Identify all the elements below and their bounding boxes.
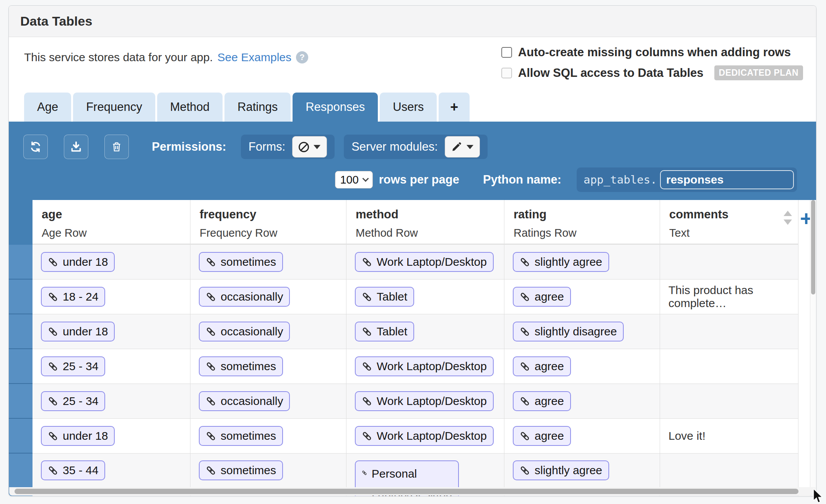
linked-row-chip[interactable]: slightly agree	[513, 252, 609, 272]
table-toolbar-row2: 100 rows per page Python name: app_table…	[9, 167, 816, 192]
server-modules-permission-dropdown[interactable]	[445, 136, 480, 158]
linked-row-chip[interactable]: under 18	[41, 252, 115, 272]
cell-method[interactable]: Work Laptop/Desktop	[346, 349, 504, 384]
cell-rating[interactable]: agree	[504, 419, 660, 453]
see-examples-link[interactable]: See Examples	[218, 51, 291, 64]
cell-frequency[interactable]: sometimes	[190, 419, 346, 453]
linked-row-chip[interactable]: sometimes	[199, 426, 283, 446]
refresh-button[interactable]	[23, 135, 48, 159]
cell-comments[interactable]	[660, 349, 798, 384]
vertical-scrollbar-thumb[interactable]	[811, 200, 815, 294]
cell-rating[interactable]: slightly agree	[504, 245, 660, 279]
cell-rating[interactable]: slightly disagree	[504, 314, 660, 349]
linked-row-chip[interactable]: occasionally	[199, 287, 290, 307]
linked-row-chip[interactable]: occasionally	[199, 322, 290, 341]
linked-row-chip[interactable]: agree	[513, 426, 571, 446]
cell-frequency[interactable]: occasionally	[190, 280, 346, 314]
linked-row-chip[interactable]: Tablet	[355, 322, 414, 341]
add-table-tab[interactable]: +	[439, 93, 470, 122]
row-handle[interactable]	[9, 245, 33, 280]
tab-method[interactable]: Method	[157, 93, 223, 122]
link-icon	[520, 292, 530, 302]
row-handle[interactable]	[9, 280, 33, 314]
cell-age[interactable]: under 18	[33, 314, 190, 349]
tab-ratings[interactable]: Ratings	[224, 93, 291, 122]
chip-label: Work Laptop/Desktop	[377, 395, 487, 408]
cell-comments[interactable]	[660, 384, 798, 418]
cell-method[interactable]: Work Laptop/Desktop	[346, 245, 504, 279]
cell-frequency[interactable]: occasionally	[190, 314, 346, 349]
column-header-rating[interactable]: rating Ratings Row	[504, 200, 660, 244]
linked-row-chip[interactable]: Work Laptop/Desktop	[355, 391, 494, 411]
column-type: Frequency Row	[200, 227, 346, 239]
sql-access-checkbox[interactable]	[501, 68, 512, 78]
cell-frequency[interactable]: sometimes	[190, 349, 346, 384]
download-button[interactable]	[64, 135, 88, 159]
rows-per-page-select[interactable]: 100	[335, 171, 372, 189]
tab-users[interactable]: Users	[380, 93, 437, 122]
question-circle-icon[interactable]: ?	[296, 51, 308, 63]
delete-table-button[interactable]	[104, 135, 129, 159]
linked-row-chip[interactable]: 35 - 44	[41, 460, 105, 480]
forms-permission-dropdown[interactable]	[292, 136, 327, 158]
horizontal-scrollbar-thumb[interactable]	[15, 489, 798, 494]
linked-row-chip[interactable]: sometimes	[199, 252, 283, 272]
auto-create-checkbox[interactable]	[501, 47, 512, 58]
row-handle[interactable]	[9, 349, 33, 384]
linked-row-chip[interactable]: slightly agree	[513, 460, 609, 480]
cell-rating[interactable]: agree	[504, 280, 660, 314]
cell-comments[interactable]	[660, 245, 798, 279]
linked-row-chip[interactable]: 25 - 34	[41, 356, 105, 376]
linked-row-chip[interactable]: under 18	[41, 426, 115, 446]
linked-row-chip[interactable]: Work Laptop/Desktop	[355, 356, 494, 376]
linked-row-chip[interactable]: under 18	[41, 322, 115, 341]
tab-frequency[interactable]: Frequency	[73, 93, 155, 122]
sort-arrows-icon[interactable]	[784, 211, 792, 225]
cell-rating[interactable]: agree	[504, 384, 660, 418]
column-name: frequency	[200, 208, 346, 221]
row-handle[interactable]	[9, 384, 33, 419]
linked-row-chip[interactable]: 25 - 34	[41, 391, 105, 411]
cell-age[interactable]: under 18	[33, 419, 190, 453]
linked-row-chip[interactable]: Work Laptop/Desktop	[355, 426, 494, 446]
column-header-age[interactable]: age Age Row	[33, 200, 190, 244]
tab-responses[interactable]: Responses	[293, 93, 378, 122]
python-name-input[interactable]: responses	[660, 170, 794, 189]
table-row: 25 - 34sometimesWork Laptop/Desktopagree	[33, 349, 798, 384]
row-handle[interactable]	[9, 419, 33, 454]
link-icon	[48, 257, 58, 267]
cell-age[interactable]: 18 - 24	[33, 280, 190, 314]
linked-row-chip[interactable]: agree	[513, 356, 571, 376]
cell-frequency[interactable]: sometimes	[190, 245, 346, 279]
tab-age[interactable]: Age	[24, 93, 71, 122]
cell-frequency[interactable]: occasionally	[190, 384, 346, 418]
linked-row-chip[interactable]: slightly disagree	[513, 322, 624, 341]
chip-label: occasionally	[221, 290, 283, 303]
cell-comments[interactable]: This product has complete…	[660, 280, 798, 314]
chip-label: Tablet	[377, 290, 407, 303]
cell-method[interactable]: Tablet	[346, 280, 504, 314]
cell-age[interactable]: under 18	[33, 245, 190, 279]
linked-row-chip[interactable]: agree	[513, 287, 571, 307]
chevron-down-icon	[362, 176, 369, 182]
cell-age[interactable]: 25 - 34	[33, 384, 190, 418]
column-header-comments[interactable]: comments Text	[660, 200, 798, 244]
add-column-button[interactable]: +	[800, 208, 810, 229]
cell-comments[interactable]	[660, 314, 798, 349]
row-handle[interactable]	[9, 314, 33, 349]
linked-row-chip[interactable]: occasionally	[199, 391, 290, 411]
cell-method[interactable]: Tablet	[346, 314, 504, 349]
cell-age[interactable]: 25 - 34	[33, 349, 190, 384]
linked-row-chip[interactable]: sometimes	[199, 460, 283, 480]
cell-comments[interactable]: Love it!	[660, 419, 798, 453]
column-header-frequency[interactable]: frequency Frequency Row	[190, 200, 346, 244]
linked-row-chip[interactable]: agree	[513, 391, 571, 411]
cell-method[interactable]: Work Laptop/Desktop	[346, 419, 504, 453]
linked-row-chip[interactable]: sometimes	[199, 356, 283, 376]
column-header-method[interactable]: method Method Row	[346, 200, 504, 244]
cell-rating[interactable]: agree	[504, 349, 660, 384]
linked-row-chip[interactable]: Work Laptop/Desktop	[355, 252, 494, 272]
linked-row-chip[interactable]: 18 - 24	[41, 287, 105, 307]
linked-row-chip[interactable]: Tablet	[355, 287, 414, 307]
cell-method[interactable]: Work Laptop/Desktop	[346, 384, 504, 418]
